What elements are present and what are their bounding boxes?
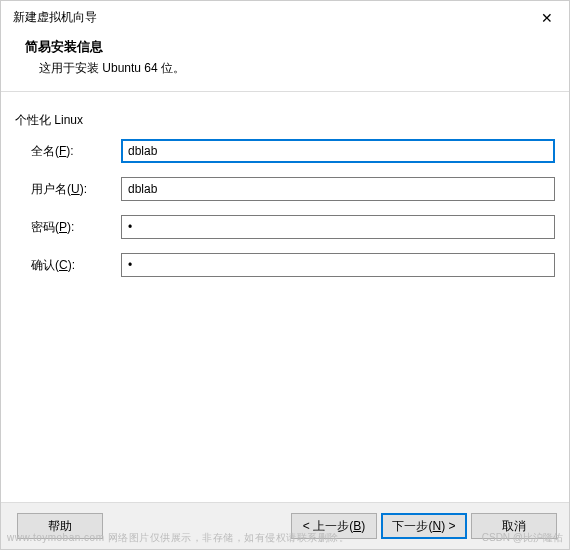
wizard-header: 简易安装信息 这用于安装 Ubuntu 64 位。: [1, 32, 569, 92]
cancel-button[interactable]: 取消: [471, 513, 557, 539]
window-title: 新建虚拟机向导: [13, 9, 97, 26]
form-area: 全名(F): 用户名(U): 密码(P): 确认(C):: [1, 139, 569, 277]
confirm-input[interactable]: [121, 253, 555, 277]
password-input[interactable]: [121, 215, 555, 239]
row-confirm: 确认(C):: [15, 253, 555, 277]
confirm-label: 确认(C):: [15, 257, 121, 274]
header-subheading: 这用于安装 Ubuntu 64 位。: [25, 60, 545, 77]
row-fullname: 全名(F):: [15, 139, 555, 163]
username-label: 用户名(U):: [15, 181, 121, 198]
section-label: 个性化 Linux: [1, 92, 569, 139]
help-button[interactable]: 帮助: [17, 513, 103, 539]
fullname-input[interactable]: [121, 139, 555, 163]
titlebar: 新建虚拟机向导 ✕: [1, 1, 569, 32]
wizard-footer: 帮助 < 上一步(B) 下一步(N) > 取消: [1, 502, 569, 549]
back-button[interactable]: < 上一步(B): [291, 513, 377, 539]
row-username: 用户名(U):: [15, 177, 555, 201]
fullname-label: 全名(F):: [15, 143, 121, 160]
next-button[interactable]: 下一步(N) >: [381, 513, 467, 539]
header-heading: 简易安装信息: [25, 38, 545, 56]
row-password: 密码(P):: [15, 215, 555, 239]
close-icon[interactable]: ✕: [537, 10, 557, 26]
password-label: 密码(P):: [15, 219, 121, 236]
username-input[interactable]: [121, 177, 555, 201]
